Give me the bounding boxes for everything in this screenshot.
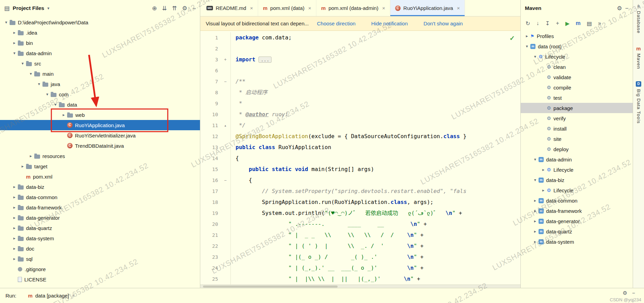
chevron-expanded-icon[interactable]: ▾ <box>11 51 18 56</box>
project-panel-title[interactable]: Project Files <box>13 5 44 11</box>
chevron-collapsed-icon[interactable]: ▸ <box>540 167 547 172</box>
chevron-collapsed-icon[interactable]: ▸ <box>11 184 18 189</box>
tool-button-big-data-tools[interactable]: DBig Data Tools <box>636 81 641 124</box>
project-tree-item-ruoyiapplication-java[interactable]: CRuoYiApplication.java <box>0 120 200 130</box>
project-view-icon[interactable]: ▤ <box>4 5 10 11</box>
fold-minus-icon[interactable]: − <box>220 175 230 186</box>
project-tree-item-trenddbdatainit-java[interactable]: CTrendDBDataInit.java <box>0 141 200 151</box>
project-tree-item-web[interactable]: ▸web <box>0 110 200 120</box>
maven-tree-item-deploy[interactable]: ⚙deploy <box>521 144 633 154</box>
notification-link-don-t-show-again[interactable]: Don't show again <box>424 21 463 26</box>
maven-tree-item-package[interactable]: ⚙package <box>521 103 633 113</box>
settings-icon[interactable]: ⚙ <box>623 290 627 296</box>
code-editor[interactable]: 1package com.data;23+import ...67−/**8 *… <box>200 31 520 284</box>
locate-icon[interactable]: ⊕ <box>152 5 157 11</box>
project-tree-item-data-framework[interactable]: ▸data-framework <box>0 202 200 213</box>
chevron-expanded-icon[interactable]: ▾ <box>3 20 10 25</box>
maven-tree-item-validate[interactable]: ⚙validate <box>521 72 633 82</box>
project-tree-item-bin[interactable]: ▸bin <box>0 38 200 48</box>
project-tree-item-ruoyiservletinitializer-java[interactable]: CRuoYiServletInitializer.java <box>0 130 200 141</box>
tool-button-maven[interactable]: mMaven <box>636 46 641 69</box>
maven-tree-item-lifecycle[interactable]: ▸⚙Lifecycle <box>521 165 633 175</box>
tab-close-icon[interactable]: × <box>72 293 75 299</box>
expand-all-icon[interactable]: ⇈ <box>172 5 177 11</box>
chevron-collapsed-icon[interactable]: ▸ <box>11 205 18 210</box>
inspections-ok-icon[interactable]: ✓ <box>509 34 515 42</box>
chevron-collapsed-icon[interactable]: ▸ <box>532 208 539 213</box>
project-tree-item-data[interactable]: ▾data <box>0 99 200 110</box>
add-profile-icon[interactable]: + <box>556 20 559 26</box>
chevron-collapsed-icon[interactable]: ▸ <box>11 195 18 199</box>
editor-tab-ruoyiapplication-java[interactable]: CRuoYiApplication.java× <box>390 0 465 16</box>
chevron-expanded-icon[interactable]: ▾ <box>27 71 34 76</box>
project-tree-item-data-admin[interactable]: ▾data-admin <box>0 48 200 58</box>
project-tree-item-sql[interactable]: ▸sql <box>0 254 200 264</box>
chevron-collapsed-icon[interactable]: ▸ <box>532 219 539 223</box>
maven-tree-item-data-framework[interactable]: ▸mdata-framework <box>521 206 633 216</box>
project-tree-item-java[interactable]: ▾java <box>0 79 200 89</box>
hide-icon[interactable]: − <box>192 5 196 11</box>
chevron-collapsed-icon[interactable]: ▸ <box>11 256 18 261</box>
chevron-collapsed-icon[interactable]: ▸ <box>532 198 539 203</box>
maven-tree-item-data-quartz[interactable]: ▸mdata-quartz <box>521 226 633 237</box>
folded-imports[interactable]: ... <box>258 57 271 63</box>
skip-tests-icon[interactable]: ▤ <box>587 20 592 27</box>
maven-tree-item-verify[interactable]: ⚙verify <box>521 113 633 123</box>
chevron-expanded-icon[interactable]: ▾ <box>36 82 42 86</box>
chevron-expanded-icon[interactable]: ▾ <box>52 102 59 107</box>
chevron-collapsed-icon[interactable]: ▸ <box>11 246 18 251</box>
maven-tree-item-data-common[interactable]: ▸mdata-common <box>521 195 633 206</box>
execute-goal-icon[interactable]: m <box>576 20 580 26</box>
collapse-all-icon[interactable]: ⇊ <box>162 5 167 11</box>
editor-tab-pom-xml-data[interactable]: mpom.xml (data)× <box>258 0 316 16</box>
chevron-down-icon[interactable]: ▾ <box>47 6 49 11</box>
download-sources-icon[interactable]: ↧ <box>545 20 550 27</box>
maven-tree-item-compile[interactable]: ⚙compile <box>521 82 633 93</box>
tab-close-icon[interactable]: × <box>250 5 253 11</box>
project-tree-item-d-ideaproject-windpower-data[interactable]: ▾D:\ideaProject\windpower\Data <box>0 17 200 27</box>
chevron-collapsed-icon[interactable]: ▸ <box>60 112 67 117</box>
maven-tree-item-lifecycle[interactable]: ▸⚙Lifecycle <box>521 185 633 195</box>
project-tree-item-target[interactable]: ▸target <box>0 161 200 171</box>
chevron-collapsed-icon[interactable]: ▸ <box>523 34 530 38</box>
hide-icon[interactable]: − <box>632 290 635 296</box>
chevron-expanded-icon[interactable]: ▾ <box>532 178 539 182</box>
horizontal-scrollbar[interactable] <box>200 284 520 288</box>
tab-close-icon[interactable]: × <box>457 5 460 11</box>
tool-button-database[interactable]: ≡Database <box>636 4 641 34</box>
maven-tree-item-data-system[interactable]: ▸mdata-system <box>521 237 633 247</box>
more-icon[interactable]: » <box>598 20 601 26</box>
chevron-collapsed-icon[interactable]: ▸ <box>27 154 34 158</box>
maven-tree-item-data-generator[interactable]: ▸mdata-generator <box>521 216 633 226</box>
maven-tree-item-site[interactable]: ⚙site <box>521 134 633 144</box>
fold-plus-icon[interactable]: + <box>220 54 230 65</box>
project-tree-item-gitignore[interactable]: .gitignore <box>0 264 200 274</box>
generate-sources-icon[interactable]: ↓ <box>536 20 539 26</box>
project-tree-item-data-biz[interactable]: ▸data-biz <box>0 182 200 192</box>
scrollbar-thumb[interactable] <box>203 286 338 288</box>
settings-icon[interactable]: ⚙ <box>182 5 187 11</box>
maven-tree-item-data-root[interactable]: ▾mdata (root) <box>521 41 633 51</box>
editor-tab-pom-xml-data-admin[interactable]: mpom.xml (data-admin)× <box>316 0 390 16</box>
project-tree-item-src[interactable]: ▾src <box>0 58 200 69</box>
project-tree-item-main[interactable]: ▾main <box>0 69 200 79</box>
chevron-collapsed-icon[interactable]: ▸ <box>11 30 18 35</box>
chevron-collapsed-icon[interactable]: ▸ <box>532 239 539 244</box>
project-tree-item-idea[interactable]: ▸.idea <box>0 27 200 38</box>
chevron-collapsed-icon[interactable]: ▸ <box>11 226 18 230</box>
project-tree-item-data-generator[interactable]: ▸data-generator <box>0 213 200 223</box>
chevron-collapsed-icon[interactable]: ▸ <box>11 236 18 241</box>
fold-minus-icon[interactable]: − <box>220 76 230 87</box>
editor-tab-readme-md[interactable]: MDREADME.md× <box>202 0 258 16</box>
chevron-expanded-icon[interactable]: ▾ <box>44 92 51 97</box>
tab-close-icon[interactable]: × <box>382 5 385 11</box>
maven-tree-item-install[interactable]: ⚙install <box>521 123 633 134</box>
project-tree-item-doc[interactable]: ▸doc <box>0 243 200 254</box>
chevron-expanded-icon[interactable]: ▾ <box>532 54 539 59</box>
reload-all-icon[interactable]: ↻ <box>526 20 530 27</box>
project-tree-item-data-system[interactable]: ▸data-system <box>0 233 200 243</box>
project-tree-item-pom-xml[interactable]: mpom.xml <box>0 171 200 182</box>
project-tree-item-resources[interactable]: ▸resources <box>0 151 200 161</box>
notification-link-hide-notification[interactable]: Hide notification <box>371 21 408 26</box>
maven-tree-item-profiles[interactable]: ▸⚑Profiles <box>521 31 633 41</box>
